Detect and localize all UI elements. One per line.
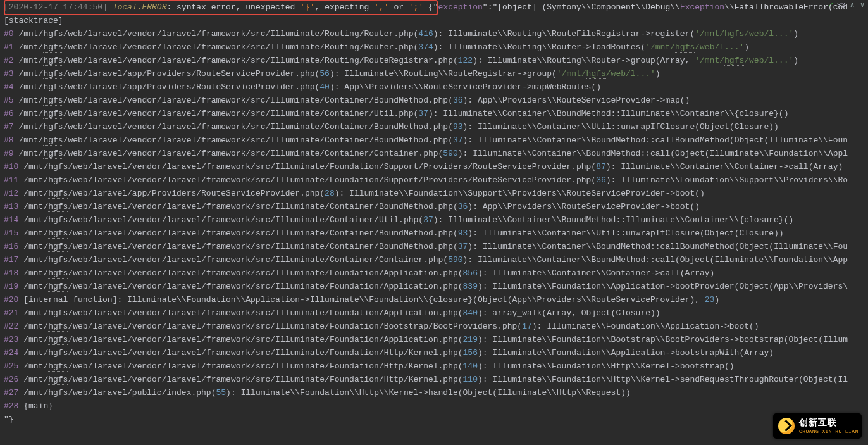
frame-call: ): Illuminate\\Foundation\\Bootstrap\\Bo… [478, 335, 848, 344]
error-message: or [389, 3, 409, 12]
frame-call: ): App\\Providers\\RouteServiceProvider-… [330, 82, 601, 92]
error-message: , expecting [315, 3, 375, 12]
path-hgfs: hgfs [43, 109, 63, 119]
path-prefix: /mnt/ [14, 69, 44, 78]
frame-index: #22 [4, 322, 18, 331]
stack-frame: #2 /mnt/hgfs/web/laravel/vendor/laravel/… [4, 54, 868, 67]
frame-index: #25 [4, 361, 18, 371]
path-prefix: /mnt/ [18, 375, 48, 384]
file-path: /web/laravel/app/Providers/RouteServiceP… [63, 82, 320, 92]
bracket: ] [102, 3, 113, 12]
stack-frame: #16 /mnt/hgfs/web/laravel/vendor/laravel… [4, 240, 868, 253]
frame-index: #2 [4, 56, 14, 65]
path-prefix: /mnt/ [18, 242, 48, 251]
frame-index: #18 [4, 268, 18, 278]
path-prefix: /mnt/ [14, 149, 44, 158]
string-literal: '/mnt/hgfs/web/l...' [695, 29, 793, 39]
frame-call: ): Illuminate\\Container\\BoundMethod::c… [463, 255, 848, 265]
file-path: /web/laravel/vendor/laravel/framework/sr… [68, 175, 596, 185]
file-path: /web/laravel/vendor/laravel/framework/sr… [63, 96, 453, 105]
brand-name-cn: 创新互联 [799, 418, 859, 427]
token: '}' [300, 3, 314, 12]
line-number: 840 [463, 308, 478, 318]
frame-index: #14 [4, 215, 18, 225]
path-prefix: /mnt/ [18, 162, 48, 172]
frame-call: ): Illuminate\\Routing\\Router->loadRout… [433, 42, 645, 52]
error-message: syntax error, unexpected [177, 3, 300, 12]
json-closer: "} [4, 413, 868, 426]
line-number: 93 [458, 229, 468, 238]
frame-call: ): Illuminate\\Foundation\\Http\\Kernel-… [478, 361, 735, 371]
frame-index: #8 [4, 135, 14, 145]
frame-index: #11 [4, 175, 18, 185]
line-number: 37 [458, 242, 468, 251]
path-hgfs: hgfs [43, 82, 63, 92]
file-path: /web/laravel/vendor/laravel/framework/sr… [68, 255, 448, 265]
exception-class: Exception [680, 3, 724, 12]
stack-frame: #13 /mnt/hgfs/web/laravel/vendor/laravel… [4, 200, 868, 213]
path-prefix: /mnt/ [14, 42, 44, 52]
frame-call: ): Illuminate\\Container\\BoundMethod::I… [433, 215, 794, 225]
path-prefix: /mnt/ [18, 322, 48, 331]
stack-frame: #24 /mnt/hgfs/web/laravel/vendor/laravel… [4, 346, 868, 360]
frame-call: ): Illuminate\\Foundation\\Application->… [478, 348, 774, 358]
line-number: 839 [463, 282, 478, 291]
exception-key: exception [438, 3, 483, 12]
frame-call: ): Illuminate\\Foundation\\Http\\Kernel-… [226, 388, 631, 398]
path-hgfs: hgfs [48, 282, 68, 292]
stacktrace-header: [stacktrace] [4, 14, 868, 27]
file-path: /web/laravel/vendor/laravel/framework/sr… [68, 202, 457, 211]
path-hgfs: hgfs [43, 42, 63, 53]
stack-frame: #27 /mnt/hgfs/web/laravel/public/index.p… [4, 386, 868, 399]
brand-name-pinyin: CHUANG XIN HU LIAN [799, 429, 859, 434]
path-hgfs: hgfs [48, 255, 68, 265]
stack-frame: #25 /mnt/hgfs/web/laravel/vendor/laravel… [4, 360, 868, 373]
path-prefix: /mnt/ [18, 255, 48, 265]
frame-index: #24 [4, 348, 18, 358]
file-path: /web/laravel/vendor/laravel/framework/sr… [68, 348, 462, 358]
path-hgfs: hgfs [48, 215, 68, 225]
file-path: /web/laravel/vendor/laravel/framework/sr… [68, 282, 462, 291]
timestamp: 2020-12-17 17:44:50 [9, 3, 102, 12]
bracket: [ [4, 3, 9, 12]
file-path: /web/laravel/vendor/laravel/framework/sr… [68, 242, 457, 251]
path-hgfs: hgfs [48, 348, 68, 358]
frame-index: #7 [4, 122, 14, 132]
stack-frame: #17 /mnt/hgfs/web/laravel/vendor/laravel… [4, 253, 868, 266]
frame-text: [internal function]: Illuminate\\Foundat… [18, 295, 704, 304]
path-hgfs: hgfs [43, 135, 63, 146]
line-number: 87 [596, 162, 606, 172]
paren-close: ) [744, 42, 749, 52]
stack-frame: #26 /mnt/hgfs/web/laravel/vendor/laravel… [4, 373, 868, 386]
frame-call: ): Illuminate\\Container\\BoundMethod::c… [463, 135, 848, 145]
path-hgfs: hgfs [48, 335, 68, 345]
path-hgfs: hgfs [43, 122, 63, 132]
line-number: 140 [463, 361, 478, 371]
frame-index: #6 [4, 109, 14, 118]
path-hgfs: hgfs [48, 175, 68, 185]
log-channel: local.ERROR [113, 3, 167, 12]
file-path: /web/laravel/vendor/laravel/framework/sr… [68, 375, 462, 384]
stack-frame: #0 /mnt/hgfs/web/laravel/vendor/laravel/… [4, 27, 868, 41]
stack-frame: #20 [internal function]: Illuminate\\Fou… [4, 293, 868, 306]
frame-call: ): Illuminate\\Foundation\\Application->… [478, 282, 848, 291]
frame-index: #26 [4, 375, 18, 384]
file-path: /web/laravel/vendor/laravel/framework/sr… [68, 162, 596, 172]
json-text: ":"[object] (Symfony\\Component\\Debug\\ [483, 3, 680, 12]
log-output[interactable]: [2020-12-17 17:44:50] local.ERROR: synta… [0, 0, 868, 426]
token: ',' [374, 3, 388, 12]
line-number: 122 [458, 56, 473, 65]
frame-index: #1 [4, 42, 14, 52]
stack-frame: #23 /mnt/hgfs/web/laravel/vendor/laravel… [4, 333, 868, 346]
line-number: 55 [216, 388, 226, 398]
path-prefix: /mnt/ [14, 135, 44, 145]
brand-logo-icon [778, 418, 795, 434]
paren-close: ) [793, 29, 798, 39]
paren-close: ) [793, 56, 798, 65]
path-hgfs: hgfs [48, 268, 68, 279]
frame-index: #16 [4, 242, 18, 251]
line-number: 56 [319, 69, 330, 78]
path-hgfs: hgfs [43, 96, 63, 106]
frame-call: ): Illuminate\\Container\\Util::unwrapIf… [463, 122, 779, 132]
frame-call: ): array_walk(Array, Object(Closure)) [478, 308, 660, 318]
